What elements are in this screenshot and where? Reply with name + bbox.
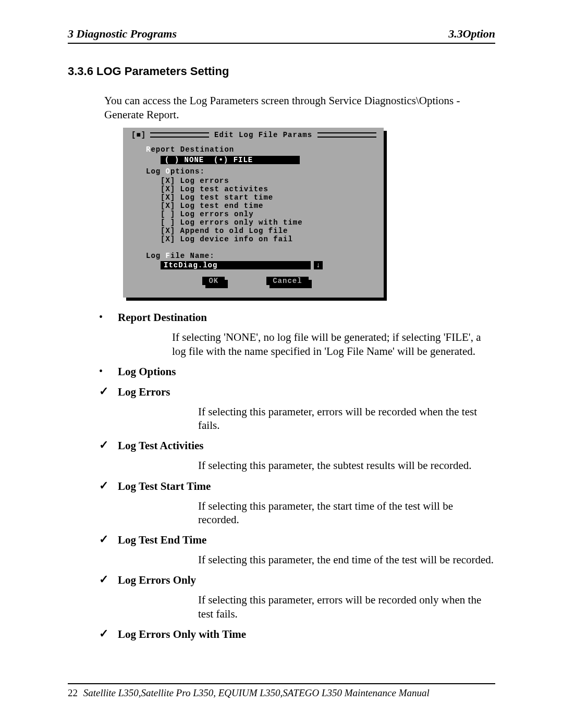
check-icon: ✓ xyxy=(99,534,118,545)
bullet-log-options: • Log Options xyxy=(99,365,495,378)
running-header: 3 Diagnostic Programs 3.3Option xyxy=(68,27,495,42)
dialog-window: [■] Edit Log File Params Report Destinat… xyxy=(123,128,384,298)
check-icon: ✓ xyxy=(99,386,118,397)
page-number: 22 xyxy=(68,687,78,698)
section-heading: 3.3.6 LOG Parameters Setting xyxy=(68,65,495,78)
log-test-end-title: Log Test End Time xyxy=(118,534,206,547)
dialog-titlebar: [■] Edit Log File Params xyxy=(130,131,376,139)
chk-log-test-end-time[interactable]: [X] Log test end time xyxy=(161,202,366,210)
report-dest-label: Report Destination xyxy=(146,145,366,154)
header-right: 3.3Option xyxy=(448,27,495,41)
log-file-name-input[interactable]: ItcDiag.log xyxy=(161,261,311,269)
log-test-end-desc: If selecting this parameter, the end tim… xyxy=(198,553,495,566)
log-options-title: Log Options xyxy=(118,365,176,378)
footer: 22 Satellite L350,Satellite Pro L350, EQ… xyxy=(68,687,495,699)
log-test-activities-title: Log Test Activities xyxy=(118,439,204,452)
log-errors-only-title: Log Errors Only xyxy=(118,574,196,587)
header-rule xyxy=(68,43,495,44)
log-options-list: [X] Log errors [X] Log test activites [X… xyxy=(161,177,366,244)
chk-log-errors-only-time[interactable]: [ ] Log errors only with time xyxy=(161,218,366,227)
check-icon: ✓ xyxy=(99,574,118,585)
bullet-icon: • xyxy=(99,365,118,377)
down-arrow-icon[interactable]: ↓ xyxy=(314,261,323,269)
check-log-test-end-time: ✓ Log Test End Time xyxy=(99,534,495,547)
chk-append-old-log[interactable]: [X] Append to old Log file xyxy=(161,227,366,235)
header-left: 3 Diagnostic Programs xyxy=(68,27,177,41)
check-log-errors-only: ✓ Log Errors Only xyxy=(99,574,495,587)
footer-text: Satellite L350,Satellite Pro L350, EQUIU… xyxy=(83,687,430,698)
chk-log-errors[interactable]: [X] Log errors xyxy=(161,177,366,185)
chk-log-test-start-time[interactable]: [X] Log test start time xyxy=(161,193,366,202)
close-box-icon[interactable]: [■] xyxy=(130,131,147,139)
titlebar-line-left xyxy=(150,132,209,138)
check-icon: ✓ xyxy=(99,480,118,491)
footer-rule xyxy=(68,683,495,684)
log-errors-only-desc: If selecting this parameter, errors will… xyxy=(198,593,495,621)
dialog-screenshot: [■] Edit Log File Params Report Destinat… xyxy=(123,128,384,298)
chk-log-test-activities[interactable]: [X] Log test activites xyxy=(161,185,366,193)
log-options-hotkey: O xyxy=(166,167,170,176)
log-test-activities-desc: If selecting this parameter, the subtest… xyxy=(198,459,495,472)
log-file-name-label: Log File Name: xyxy=(146,252,366,260)
radio-file[interactable]: (•) FILE xyxy=(214,156,253,164)
bullet-icon: • xyxy=(99,311,118,323)
check-log-test-start-time: ✓ Log Test Start Time xyxy=(99,480,495,493)
log-file-hotkey: F xyxy=(166,252,170,260)
ok-button[interactable]: OK xyxy=(202,277,225,285)
bullet-report-destination: • Report Destination xyxy=(99,311,495,324)
log-test-start-desc: If selecting this parameter, the start t… xyxy=(198,499,495,527)
titlebar-line-right xyxy=(317,132,376,138)
check-icon: ✓ xyxy=(99,628,118,639)
log-errors-desc: If selecting this parameter, errors will… xyxy=(198,405,495,433)
report-dest-hotkey: R xyxy=(146,145,151,154)
cancel-button[interactable]: Cancel xyxy=(266,277,308,285)
radio-none[interactable]: ( ) NONE xyxy=(165,156,204,164)
check-log-errors-only-time: ✓ Log Errors Only with Time xyxy=(99,628,495,641)
chk-log-errors-only[interactable]: [ ] Log errors only xyxy=(161,210,366,218)
log-errors-only-time-title: Log Errors Only with Time xyxy=(118,628,246,641)
chk-log-device-info[interactable]: [X] Log device info on fail xyxy=(161,235,366,243)
log-errors-title: Log Errors xyxy=(118,386,170,399)
check-log-test-activities: ✓ Log Test Activities xyxy=(99,439,495,452)
check-icon: ✓ xyxy=(99,439,118,451)
intro-paragraph: You can access the Log Parameters screen… xyxy=(104,94,495,122)
log-test-start-title: Log Test Start Time xyxy=(118,480,211,493)
report-destination-desc: If selecting 'NONE', no log file will be… xyxy=(172,330,495,358)
check-log-errors: ✓ Log Errors xyxy=(99,386,495,399)
report-dest-options[interactable]: ( ) NONE (•) FILE xyxy=(161,156,300,164)
dialog-title: Edit Log File Params xyxy=(212,131,314,139)
log-options-label: Log Options: xyxy=(146,167,366,176)
report-destination-title: Report Destination xyxy=(118,311,207,324)
